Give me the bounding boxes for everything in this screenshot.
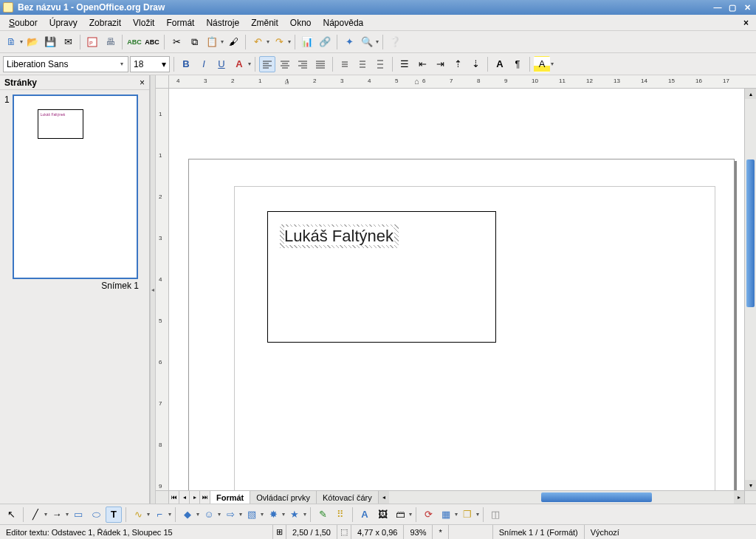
align-left-button[interactable] [259,56,275,72]
highlight-color-button[interactable]: A [534,56,550,72]
autospell-button[interactable]: ABC [144,34,160,50]
menu-view[interactable]: Zobrazit [83,16,127,30]
line-tool[interactable]: ╱ [27,507,44,523]
line-spacing-15-button[interactable] [354,56,371,72]
menu-insert[interactable]: Vložit [127,16,160,30]
canvas[interactable]: Lukáš Faltýnek [169,89,744,490]
italic-button[interactable]: I [196,56,212,72]
tab-nav-next[interactable]: ▸ [190,491,200,504]
underline-button[interactable]: U [213,56,230,72]
open-button[interactable]: 📂 [24,34,41,50]
undo-button[interactable]: ↶ [250,34,266,50]
gallery-tool[interactable]: 🗃 [392,507,408,523]
bold-button[interactable]: B [178,56,194,72]
email-button[interactable]: ✉ [60,34,76,50]
arrow-tool[interactable]: → [49,507,65,523]
align-justify-button[interactable] [312,56,329,72]
scroll-right-icon[interactable]: ▸ [734,491,744,504]
extrusion-tool[interactable]: ◫ [487,507,504,523]
maximize-button[interactable]: ▢ [726,2,738,13]
glue-points-tool[interactable]: ⠿ [332,507,348,523]
tab-dimension[interactable]: Kótovací čáry [317,491,379,504]
rectangle-tool[interactable]: ▭ [70,507,86,523]
edit-points-tool[interactable]: ✎ [315,507,331,523]
close-document-button[interactable]: × [739,16,753,30]
navigator-button[interactable]: ✦ [341,34,357,50]
line-spacing-2-button[interactable] [372,56,388,72]
scroll-left-icon[interactable]: ◂ [379,491,389,504]
arrange-tool[interactable]: ❐ [459,507,475,523]
menu-help[interactable]: Nápověda [317,16,370,30]
status-zoom[interactable]: 93% [404,525,433,539]
fontwork-tool[interactable]: A [357,507,373,523]
redo-button[interactable]: ↷ [271,34,287,50]
font-name-dropdown-icon[interactable]: ▾ [119,61,125,67]
font-name-combo[interactable]: ▾ [3,56,128,72]
minimize-button[interactable]: — [712,2,724,13]
spellcheck-button[interactable]: ABC [126,34,142,50]
vertical-scrollbar[interactable]: ▴ ▾ [744,89,756,490]
promote-button[interactable]: ⇤ [414,56,430,72]
slide-thumbnail[interactable]: Lukáš Faltýnek [13,95,138,279]
font-name-input[interactable] [7,59,119,69]
font-size-dropdown-icon[interactable]: ▾ [162,59,166,69]
scroll-down-icon[interactable]: ▾ [745,480,756,490]
callout-tool[interactable]: ✸ [265,507,281,523]
horizontal-scrollbar[interactable]: ◂ ▸ [379,491,744,504]
print-button[interactable]: 🖶 [102,34,118,50]
char-dialog-button[interactable]: A [492,56,508,72]
basic-shapes-tool[interactable]: ◆ [179,507,196,523]
close-button[interactable]: ✕ [741,2,753,13]
new-button[interactable]: 🗎 [3,34,19,50]
paste-button[interactable]: 📋 [204,34,220,50]
from-file-tool[interactable]: 🖼 [374,507,391,523]
menu-tools[interactable]: Nástroje [200,16,245,30]
tab-nav-first[interactable]: ⏮ [169,491,179,504]
block-arrows-tool[interactable]: ⇨ [222,507,238,523]
text-tool[interactable]: T [106,507,122,523]
align-tool[interactable]: ▦ [438,507,454,523]
bullets-button[interactable]: ☰ [396,56,413,72]
export-pdf-button[interactable]: P [84,34,100,50]
ellipse-tool[interactable]: ⬭ [88,507,104,523]
hyperlink-button[interactable]: 🔗 [317,34,333,50]
select-tool[interactable]: ↖ [3,507,19,523]
menu-file[interactable]: Soubor [3,16,44,30]
curve-tool[interactable]: ∿ [130,507,146,523]
align-right-button[interactable] [295,56,311,72]
pages-panel-close[interactable]: × [140,78,145,88]
tab-nav-last[interactable]: ⏭ [200,491,210,504]
tab-controls[interactable]: Ovládací prvky [250,491,317,504]
font-size-combo[interactable]: ▾ [130,56,170,72]
text-frame[interactable]: Lukáš Faltýnek [280,224,399,248]
hscroll-thumb[interactable] [541,492,652,502]
chart-button[interactable]: 📊 [299,34,315,50]
copy-button[interactable]: ⧉ [186,34,202,50]
save-button[interactable]: 💾 [42,34,58,50]
menu-format[interactable]: Formát [160,16,200,30]
stars-tool[interactable]: ★ [286,507,303,523]
move-up-button[interactable]: ⇡ [450,56,466,72]
align-center-button[interactable] [277,56,293,72]
rotate-tool[interactable]: ⟳ [420,507,436,523]
indent-marker-right[interactable]: ⌂ [414,77,419,86]
vertical-ruler[interactable]: 1123456789 [156,89,169,490]
panel-collapse-handle[interactable] [150,75,156,504]
vscroll-thumb[interactable] [746,159,755,307]
scroll-up-icon[interactable]: ▴ [745,89,756,99]
menu-modify[interactable]: Změnit [245,16,284,30]
connector-tool[interactable]: ⌐ [151,507,168,523]
para-dialog-button[interactable]: ¶ [509,56,526,72]
cut-button[interactable]: ✂ [168,34,185,50]
flowchart-tool[interactable]: ▧ [244,507,260,523]
font-color-button[interactable]: A [231,56,247,72]
symbol-shapes-tool[interactable]: ☺ [201,507,217,523]
menu-edit[interactable]: Úpravy [44,16,83,30]
demote-button[interactable]: ⇥ [432,56,448,72]
move-down-button[interactable]: ⇣ [467,56,484,72]
horizontal-ruler[interactable]: ⌂ ⌂ 43211234567891011121314151617 [156,75,756,89]
format-paint-button[interactable]: 🖌 [225,34,241,50]
help-button[interactable]: ❔ [387,34,403,50]
menu-window[interactable]: Okno [284,16,317,30]
tab-nav-prev[interactable]: ◂ [179,491,190,504]
